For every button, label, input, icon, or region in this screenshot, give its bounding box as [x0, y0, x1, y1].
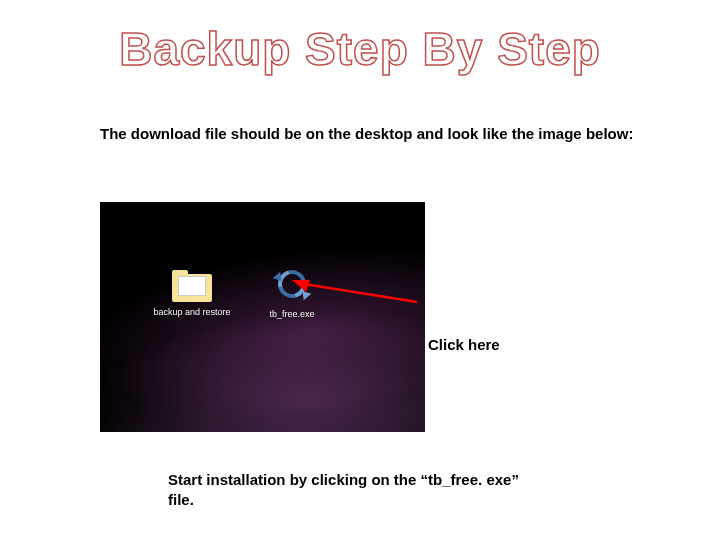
icon-label: tb_free.exe	[252, 310, 332, 320]
click-here-label: Click here	[428, 336, 500, 353]
sync-icon	[272, 270, 312, 306]
instruction-text: Start installation by clicking on the “t…	[168, 470, 528, 511]
folder-icon	[172, 270, 212, 304]
page-title: Backup Step By Step	[0, 0, 720, 76]
desktop-icon-backup-restore: backup and restore	[152, 270, 232, 318]
intro-text: The download file should be on the deskt…	[100, 124, 660, 144]
desktop-icon-tb-free: tb_free.exe	[252, 270, 332, 320]
desktop-screenshot: backup and restore tb_free.exe	[100, 202, 425, 432]
icon-label: backup and restore	[152, 308, 232, 318]
